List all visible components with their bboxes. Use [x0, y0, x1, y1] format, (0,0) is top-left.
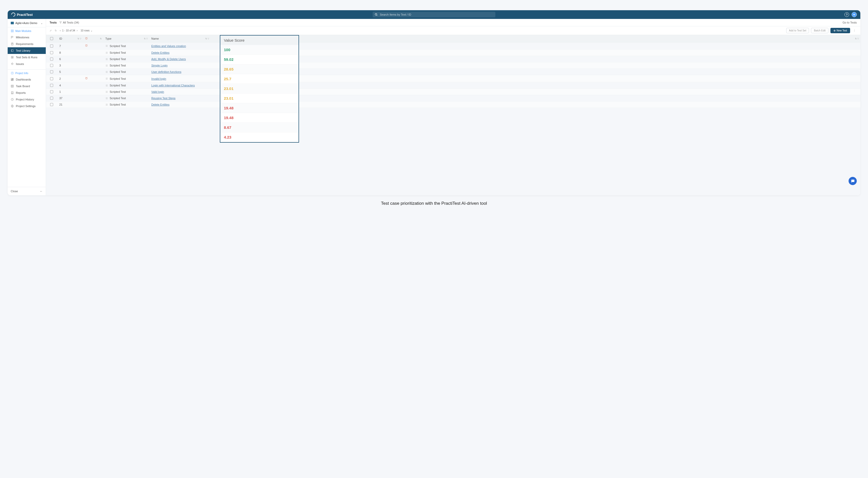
sidebar-item-requirements[interactable]: Requirements [8, 41, 46, 47]
cell-id: 1 [57, 89, 83, 95]
col-name[interactable]: Name⇅ ▽ [149, 35, 211, 42]
cell-name: Add, Modify & Delete Users [149, 56, 211, 62]
table-row[interactable]: 6Scripted TestAdd, Modify & Delete Users [46, 56, 860, 62]
cell-name: Entities and Values creation [149, 42, 211, 50]
col-checkbox [46, 35, 57, 42]
help-icon[interactable]: ? [844, 12, 849, 17]
cell-name: Simple Login [149, 62, 211, 69]
nav-label: Project Settings [16, 104, 35, 108]
table-row[interactable]: 8Scripted TestDelete Entities [46, 50, 860, 56]
row-checkbox[interactable] [50, 64, 53, 67]
svg-rect-2 [11, 30, 12, 31]
toolbar-left: ⤢ ↻ ‹ 1 - 10 of 34 › 10 rows ⌄ [50, 29, 93, 32]
svg-rect-5 [12, 31, 13, 32]
test-name-link[interactable]: User definition functions [151, 70, 181, 73]
arrow-left-icon[interactable]: ← [40, 190, 43, 193]
sidebar-item-test-library[interactable]: Test Library [8, 47, 46, 54]
brand-icon [10, 12, 17, 18]
more-icon[interactable]: ⋮ [852, 29, 857, 32]
test-name-link[interactable]: Entities and Values creation [151, 44, 186, 48]
test-name-link[interactable]: Delete Entities [151, 103, 169, 106]
row-checkbox[interactable] [50, 44, 53, 48]
bug-icon [11, 62, 14, 65]
table-row[interactable]: 21Scripted TestDelete Entities [46, 101, 860, 108]
breadcrumb-filter[interactable]: All Tests (34) [59, 21, 79, 24]
expand-icon[interactable]: ⤢ [50, 29, 52, 32]
cell-type: Scripted Test [103, 89, 149, 95]
row-checkbox[interactable] [50, 70, 53, 73]
col-id[interactable]: ID⇅ ▽ [57, 35, 83, 42]
sidebar-item-dashboards[interactable]: Dashboards [8, 76, 46, 83]
search-icon [375, 13, 378, 16]
next-page[interactable]: › [77, 29, 78, 32]
project-selector[interactable]: Agile+Auto Demo ⌄ [8, 19, 46, 27]
svg-line-41 [87, 44, 87, 45]
row-checkbox[interactable] [50, 58, 53, 61]
table-row[interactable]: 37Scripted TestReusing Test Steps [46, 95, 860, 101]
sidebar-item-task-board[interactable]: Task Board [8, 83, 46, 89]
test-name-link[interactable]: Add, Modify & Delete Users [151, 58, 186, 61]
refresh-icon[interactable]: ↻ [55, 29, 57, 32]
page-range: 1 - 10 of 34 [62, 29, 75, 32]
test-name-link[interactable]: Reusing Test Steps [151, 97, 176, 100]
add-to-test-set-button[interactable]: Add to Test Set [786, 28, 809, 33]
table-row[interactable]: 1Scripted TestValid login [46, 89, 860, 95]
list-icon [105, 97, 108, 100]
new-test-button[interactable]: ⊕New Test [830, 28, 850, 33]
cell-clock [83, 82, 103, 89]
table-header-row: ID⇅ ▽ ⇅ Type⇅ ▽ Name⇅ ▽ ⇅ ▽ [46, 35, 860, 42]
chat-bubble[interactable] [848, 177, 857, 185]
row-checkbox[interactable] [50, 77, 53, 80]
go-to-tests[interactable]: Go to Tests [843, 21, 857, 24]
main-modules-label: Main Modules [16, 30, 31, 32]
page-title: Tests [50, 21, 57, 24]
row-checkbox[interactable] [50, 84, 53, 87]
test-name-link[interactable]: Valid login [151, 90, 164, 93]
table-row[interactable]: 3Scripted TestSimple Login [46, 62, 860, 69]
row-checkbox[interactable] [50, 51, 53, 54]
svg-line-1 [377, 15, 377, 16]
batch-edit-button[interactable]: Batch Edit [811, 28, 828, 33]
sidebar-item-reports[interactable]: Reports [8, 89, 46, 96]
sidebar-item-test-sets[interactable]: Test Sets & Runs [8, 54, 46, 61]
test-name-link[interactable]: Invalid login [151, 77, 166, 80]
nav-label: Project History [16, 98, 34, 101]
sidebar-item-settings[interactable]: Project Settings [8, 103, 46, 110]
prev-page[interactable]: ‹ [60, 29, 61, 32]
col-last[interactable]: ⇅ ▽ [292, 35, 860, 42]
row-checkbox[interactable] [50, 97, 53, 100]
cell-clock [83, 42, 103, 50]
sidebar-item-issues[interactable]: Issues [8, 61, 46, 67]
table-row[interactable]: 7Scripted TestEntities and Values creati… [46, 42, 860, 50]
row-checkbox[interactable] [50, 103, 53, 106]
sidebar-footer: Close ← [8, 187, 46, 195]
sidebar-item-history[interactable]: Project History [8, 96, 46, 103]
sort-filter-icons: ⇅ ▽ [855, 37, 859, 40]
test-name-link[interactable]: Simple Login [151, 64, 168, 67]
value-score-header: Value Score [220, 35, 299, 45]
row-checkbox[interactable] [50, 90, 53, 93]
search-input[interactable] [373, 12, 495, 18]
folder-icon [11, 22, 14, 24]
value-score-panel: Value Score 10059.0228.6525.723.0123.011… [220, 35, 299, 143]
gear-icon [11, 104, 14, 108]
test-name-link[interactable]: Login with International Characters [151, 84, 195, 87]
rows-per-page[interactable]: 10 rows ⌄ [81, 29, 93, 32]
avatar[interactable]: M [851, 12, 857, 17]
sidebar-section-info: Project Info [8, 69, 46, 76]
col-clock[interactable]: ⇅ [83, 35, 103, 42]
col-type[interactable]: Type⇅ ▽ [103, 35, 149, 42]
test-name-link[interactable]: Delete Entities [151, 51, 169, 54]
sidebar-item-milestones[interactable]: Milestones [8, 34, 46, 41]
value-score-row: 100 [220, 45, 299, 55]
svg-marker-12 [12, 57, 13, 58]
table-wrap: ID⇅ ▽ ⇅ Type⇅ ▽ Name⇅ ▽ ⇅ ▽ 7Scripted Te… [46, 35, 860, 195]
table-row[interactable]: 4Scripted TestLogin with International C… [46, 82, 860, 89]
table-row[interactable]: 2Scripted TestInvalid login [46, 75, 860, 82]
cell-type: Scripted Test [103, 42, 149, 50]
close-label[interactable]: Close [11, 190, 18, 193]
svg-line-36 [86, 37, 86, 38]
sort-filter-icons: ⇅ ▽ [78, 37, 81, 40]
table-row[interactable]: 5Scripted TestUser definition functions [46, 69, 860, 75]
select-all-checkbox[interactable] [50, 37, 53, 40]
